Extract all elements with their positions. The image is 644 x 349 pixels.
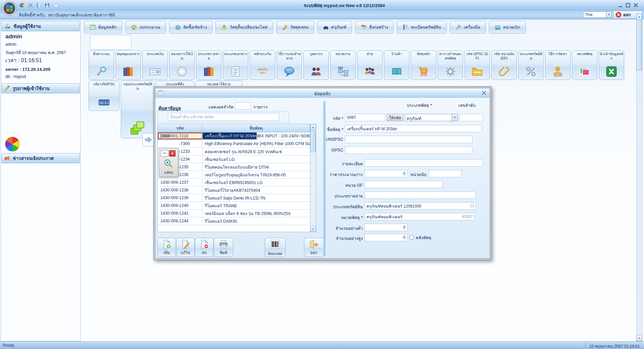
ribbon-button-2[interactable]: งบประมาณ: [125, 21, 166, 34]
grid-button-6[interactable]: ประเภทเอกสาร: [223, 50, 248, 80]
table-row[interactable]: 1430-009-1235รีโมทคอนโทรลแอร์แบบมีสาย DT…: [158, 163, 310, 171]
main-scroll-down-icon[interactable]: ▼: [637, 335, 642, 341]
ribbon-button-6[interactable]: ครุภัณฑ์: [317, 21, 352, 34]
action-delete-button[interactable]: ลบ: [195, 238, 213, 257]
maximize-icon[interactable]: [626, 3, 631, 8]
assign-code-button[interactable]: ให้รหัส: [387, 114, 403, 121]
grid-button-16[interactable]: รหัส หน่วยนับ (GF): [491, 50, 517, 80]
minimize-icon[interactable]: [618, 3, 623, 8]
ribbon-button-4[interactable]: วัสดุสิ้นเปลือง/อะไหล่: [215, 21, 273, 34]
pane-divider[interactable]: [323, 101, 326, 256]
name-field[interactable]: เครื่องปริ้นเตอร์ HP M 203dn: [345, 125, 482, 132]
grid-button-9[interactable]: บุคลากร: [303, 50, 329, 80]
status-ready: Ready: [3, 343, 14, 348]
table-row[interactable]: 1430-009-1239รีโมทแอร์ Saijo Denki IR-LC…: [158, 194, 310, 202]
grid-row2-button-2[interactable]: กลุ่มประเภททรัพย์สิน: [121, 81, 154, 138]
sequence-field[interactable]: [459, 114, 483, 121]
grid-button-2[interactable]: สมุดคุมเอกสาร: [115, 50, 141, 80]
cell-name: เทอร์มินอล บล็อก 6 ช่อง รุ่น TB-2506L 60…: [202, 210, 310, 217]
table-row[interactable]: 1430-009-1244รีโมทแอร์ DAIKIN: [158, 217, 310, 225]
ribbon-button-label: วัสดุคงทน: [290, 24, 308, 31]
table-row[interactable]: 1430-009-1238รีโมทแอร์ไร้สายAKB74375404: [158, 186, 310, 194]
detail-field[interactable]: [364, 159, 483, 167]
ribbon-button-10[interactable]: หน่วยเบิก: [489, 21, 526, 34]
limit-unit-label: รายการ: [253, 104, 267, 111]
search-input[interactable]: [168, 113, 279, 121]
app-logo-button[interactable]: [2, 1, 17, 16]
table-row[interactable]: 0303-001-7210Adapter Panasonic PQLV219BX…: [158, 132, 310, 140]
grid-button-15[interactable]: รหัส GPSC (GF): [464, 50, 490, 80]
price-field[interactable]: 0: [364, 170, 407, 177]
table-row[interactable]: 1430-009-1237เซ็นเซอร์แอร์ EBR65245001 L…: [158, 179, 310, 186]
grid-button-1[interactable]: ตั้งค่าระบบ: [89, 50, 114, 80]
grid-button-18[interactable]: วิธีการจัดหา$: [545, 50, 571, 80]
grid-button-8[interactable]: วิธีการแห่งจำหน่าย: [277, 50, 302, 80]
grid-button-5[interactable]: ประเภทรายจ่าย: [196, 50, 221, 80]
dialog-close-icon[interactable]: [482, 91, 486, 95]
popup-close-button[interactable]: x: [169, 150, 176, 157]
column-header-code[interactable]: รหัส: [158, 124, 202, 132]
language-select[interactable]: Thai ▼: [583, 11, 612, 18]
main-scroll-thumb[interactable]: [637, 20, 642, 71]
min-qty-field[interactable]: 0: [364, 224, 407, 231]
material-type-select[interactable]: ครุภัณฑ์ ▼: [405, 114, 458, 121]
limit-input[interactable]: [235, 102, 251, 110]
partially-hidden-button[interactable]: [142, 133, 154, 146]
code-field[interactable]: 0097: [345, 114, 385, 121]
table-row[interactable]: -1233คอมเพรสเซอร์ รุ่น AV5528 E 220 Vเทค…: [158, 148, 310, 156]
ribbon-button-1[interactable]: ข้อมูลหลัก: [84, 21, 122, 34]
grid-button-12[interactable]: ร้านค้า: [384, 50, 409, 80]
grid-button-19[interactable]: หมวดพัสดุ: [572, 50, 597, 80]
table-row[interactable]: 1430-009-1236เทอร์โมรูมปรับอุณภูมิแอร์เท…: [158, 171, 310, 179]
unspsc-field[interactable]: [345, 136, 473, 143]
close-icon[interactable]: [633, 3, 638, 8]
table-row[interactable]: -7300High Efficiency Particulate Air (HE…: [158, 140, 310, 148]
copy-icon: [53, 3, 58, 8]
action-add-button[interactable]: เพิ่ม: [157, 238, 176, 257]
grid-button-10[interactable]: หน่วยงาน: [330, 50, 356, 80]
category-field[interactable]: ครุภัณฑ์คอมพิวเตอร์ 40507: [364, 213, 475, 220]
paperclip-icon: [498, 66, 510, 77]
ribbon-button-5[interactable]: วัสดุคงทน: [276, 21, 314, 34]
group-icon: [364, 66, 376, 77]
sidebar-news-header[interactable]: ข่าวสาร/แจ้งประกาศ: [1, 153, 80, 163]
ribbon-button-3[interactable]: จัดซื้อ/จัดจ้าง: [169, 21, 213, 34]
grid-button-7[interactable]: หลักประกัน: [250, 50, 275, 80]
gf-unit-field[interactable]: [364, 181, 443, 188]
grid-button-13[interactable]: พัสดุหลัก: [411, 50, 436, 80]
grid-button-4[interactable]: หมวดการใช้เงิน: [169, 50, 195, 80]
expense-type-field[interactable]: [364, 191, 476, 199]
printer-icon: [219, 239, 228, 249]
main-scroll-up-icon[interactable]: ▲: [637, 14, 642, 19]
stock-checkbox[interactable]: [409, 235, 414, 239]
price-label: ราคาประมาณการ: [296, 171, 363, 178]
table-row[interactable]: 1430-009-1241เทอร์มินอล บล็อก 6 ช่อง รุ่…: [158, 210, 310, 217]
grid-row2-button-1[interactable]: รหัส UNSPSC255.X.X: [89, 81, 119, 111]
ribbon-button-7[interactable]: สิ่งก่อสร้าง: [355, 21, 394, 34]
magnifier-icon[interactable]: [163, 159, 173, 168]
dialog-titlebar[interactable]: พัสดุหลัก: [155, 88, 490, 98]
active-tab-placeholder[interactable]: [90, 35, 132, 50]
table-row[interactable]: -1234เซ็นเซอร์แอร์ LG: [158, 156, 310, 163]
search-data-link[interactable]: ค้นหาข้อมูล: [158, 105, 181, 112]
action-barcode-button[interactable]: Barcode: [265, 238, 286, 257]
grid-button-11[interactable]: ฝ่าย: [357, 50, 383, 80]
table-row[interactable]: 1430-009-1240รีโมทแอร์ TRANE: [158, 202, 310, 210]
asset-type-field[interactable]: ครุภัณฑ์คอมพิวเตอร์ 12061000 13: [364, 202, 476, 210]
sidebar-user-header[interactable]: i ข้อมูลผู้ใช้งาน: [1, 21, 80, 31]
grid-button-20[interactable]: นำเข้าข้อมูลหลัก: [599, 50, 624, 80]
action-print-button[interactable]: พิมพ์: [214, 238, 233, 257]
action-edit-button[interactable]: แก้ไข: [176, 238, 195, 257]
grid-button-14[interactable]: ตารางกำหนดเลขพัสดุ: [438, 50, 463, 80]
sidebar-photo-header[interactable]: รูปภาพผู้เข้าใช้งาน: [1, 83, 80, 93]
excel-icon: [606, 66, 617, 77]
unit-field[interactable]: [429, 170, 461, 177]
main-scrollbar[interactable]: ▲ ▼: [636, 13, 642, 341]
grid-button-17[interactable]: ประเภททรัพย์สิน: [518, 50, 544, 80]
ribbon-button-8[interactable]: ทะเบียนทรัพย์สิน: [397, 21, 447, 34]
grid-button-3[interactable]: ประเภทเงิน$: [142, 50, 168, 80]
max-qty-field[interactable]: 0: [364, 234, 407, 241]
popup-expand-button[interactable]: >>: [160, 150, 168, 157]
gpsc-field[interactable]: [345, 146, 473, 154]
ribbon-button-9[interactable]: เครื่องมือ: [450, 21, 486, 34]
